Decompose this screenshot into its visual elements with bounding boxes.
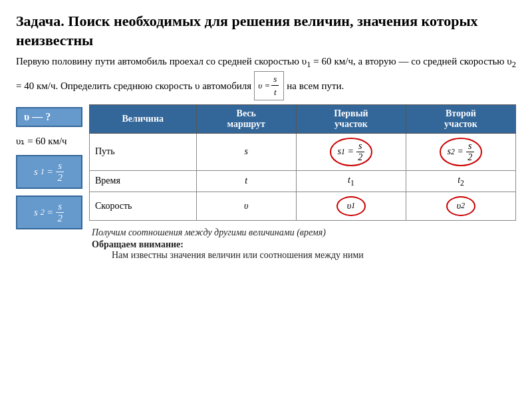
col-header-первый: Первыйучасток — [296, 104, 406, 133]
bottom-italic-text: Получим соотношения между другими величи… — [92, 227, 516, 238]
bottom-note-text: Нам известны значения величин или соотно… — [112, 250, 516, 261]
s2-numerator: s — [56, 201, 64, 213]
cell-time-all: t — [196, 170, 296, 192]
formula-inline-box: υ = s t — [254, 71, 284, 100]
oval-v2: υ2 — [446, 196, 475, 216]
table-row-time: Время t t1 t2 — [90, 170, 516, 192]
s1-numerator: s — [56, 160, 64, 172]
cell-path-first: s1 = s 2 — [296, 133, 406, 170]
cell-speed-first: υ1 — [296, 192, 406, 220]
physics-table: Величина Весьмаршрут Первыйучасток Второ… — [89, 104, 516, 221]
s2-denominator: 2 — [56, 213, 65, 224]
row-label-speed: Скорость — [90, 192, 197, 220]
cell-speed-all: υ — [196, 192, 296, 220]
s2-fraction-box: s2 = s 2 — [16, 196, 82, 229]
col-header-величина: Величина — [90, 104, 197, 133]
table-row-path: Путь s s1 = s 2 s2 = — [90, 133, 516, 170]
bottom-bold-text: Обращаем внимание: — [92, 239, 516, 250]
main-layout: υ — ? υ₁ = 60 км/ч s1 = s 2 s2 = s 2 — [16, 104, 516, 261]
cell-path-all: s — [196, 133, 296, 170]
v-unknown-box: υ — ? — [16, 107, 82, 127]
col-header-второй: Второйучасток — [406, 104, 515, 133]
bottom-text-area: Получим соотношения между другими величи… — [89, 227, 516, 261]
col-header-весь: Весьмаршрут — [196, 104, 296, 133]
table-row-speed: Скорость υ υ1 υ2 — [90, 192, 516, 220]
cell-time-second: t2 — [406, 170, 515, 192]
left-panel: υ — ? υ₁ = 60 км/ч s1 = s 2 s2 = s 2 — [16, 104, 82, 261]
s1-fraction-box: s1 = s 2 — [16, 155, 82, 189]
row-label-path: Путь — [90, 133, 197, 170]
page-title: Задача. Поиск необходимых для решения ве… — [16, 12, 516, 50]
oval-s1: s1 = s 2 — [330, 138, 373, 166]
right-panel: Величина Весьмаршрут Первыйучасток Второ… — [89, 104, 516, 261]
oval-s2: s2 = s 2 — [440, 138, 483, 166]
s1-denominator: 2 — [56, 172, 65, 184]
oval-v1: υ1 — [336, 196, 366, 216]
row-label-time: Время — [90, 170, 197, 192]
cell-time-first: t1 — [296, 170, 406, 192]
cell-speed-second: υ2 — [406, 192, 515, 220]
v1-label: υ₁ = 60 км/ч — [16, 135, 82, 147]
intro-paragraph: Первую половину пути автомобиль проехал … — [16, 54, 516, 100]
cell-path-second: s2 = s 2 — [406, 133, 515, 170]
